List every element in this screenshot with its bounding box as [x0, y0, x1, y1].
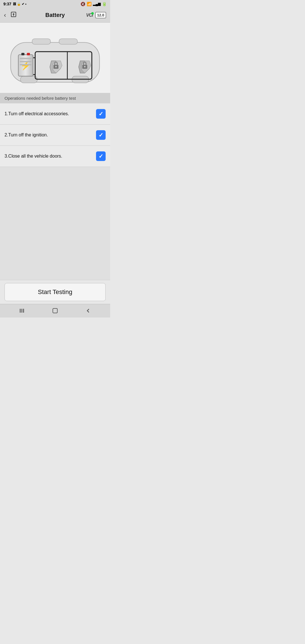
svg-point-21	[55, 66, 57, 67]
checkbox-1[interactable]: ✓	[96, 109, 106, 119]
nav-menu-button[interactable]	[15, 305, 29, 316]
svg-rect-30	[53, 308, 57, 313]
checkbox-2[interactable]: ✓	[96, 130, 106, 140]
operations-header-text: Operations needed before battery test	[5, 96, 76, 101]
top-bar: ‹ Battery VCI 12.0	[0, 8, 110, 23]
wifi-icon: 📶	[87, 2, 91, 6]
checklist-item-1[interactable]: 1.Turn off electrical accessories. ✓	[0, 103, 110, 125]
checklist-item-3[interactable]: 3.Close all the vehicle doors. ✓	[0, 146, 110, 167]
car-diagram: ⚡	[5, 27, 106, 88]
svg-rect-12	[21, 53, 25, 55]
dot-icon: ●	[25, 3, 27, 5]
checkmark-2: ✓	[99, 132, 103, 138]
checklist-item-1-text: 1.Turn off electrical accessories.	[5, 111, 96, 116]
status-left: 9:37 🖼 🔒 ✔ ●	[3, 2, 27, 6]
status-time: 9:37	[3, 2, 11, 6]
svg-rect-15	[20, 58, 31, 59]
svg-rect-4	[59, 39, 77, 44]
checkbox-3[interactable]: ✓	[96, 151, 106, 161]
battery-icon: 🔋	[102, 2, 107, 6]
top-bar-center: Battery	[45, 12, 65, 18]
vci-connected-dot	[91, 12, 94, 15]
svg-point-25	[84, 66, 86, 67]
svg-rect-16	[20, 61, 31, 62]
svg-rect-3	[32, 39, 51, 44]
checklist-item-2[interactable]: 2.Turn off the ignition. ✓	[0, 125, 110, 146]
lock-icon: 🔒	[17, 2, 21, 6]
bottom-nav	[0, 304, 110, 317]
share-button[interactable]	[10, 11, 17, 19]
signal-icon: ▂▄▆	[93, 2, 101, 6]
svg-rect-13	[27, 53, 30, 55]
check-circle-icon: ✔	[22, 2, 24, 6]
nav-home-button[interactable]	[48, 305, 62, 316]
status-bar: 9:37 🖼 🔒 ✔ ● 🔇 📶 ▂▄▆ 🔋	[0, 0, 110, 8]
checkmark-3: ✓	[99, 153, 103, 159]
checklist-item-3-text: 3.Close all the vehicle doors.	[5, 154, 96, 159]
status-right: 🔇 📶 ▂▄▆ 🔋	[80, 2, 107, 6]
svg-rect-27	[20, 309, 21, 313]
status-icons-left: 🖼 🔒 ✔ ●	[13, 2, 27, 6]
start-testing-container: Start Testing	[0, 280, 110, 304]
volt-badge: 12.0	[95, 12, 106, 18]
operations-header: Operations needed before battery test	[0, 93, 110, 103]
svg-rect-17	[20, 64, 31, 65]
checklist-item-2-text: 2.Turn off the ignition.	[5, 132, 96, 138]
svg-rect-29	[23, 309, 24, 313]
checklist: 1.Turn off electrical accessories. ✓ 2.T…	[0, 103, 110, 167]
volt-value: 12.0	[97, 13, 104, 17]
image-icon: 🖼	[13, 2, 16, 6]
empty-space	[0, 167, 110, 280]
nav-back-button[interactable]	[81, 305, 95, 316]
top-bar-left: ‹	[4, 11, 17, 19]
top-bar-right: VCI 12.0	[86, 12, 106, 18]
vci-badge: VCI	[86, 13, 93, 18]
mute-icon: 🔇	[80, 2, 85, 6]
page-title: Battery	[45, 12, 65, 18]
back-button[interactable]: ‹	[4, 12, 6, 19]
vehicle-diagram-section: ⚡	[0, 23, 110, 93]
start-testing-button[interactable]: Start Testing	[5, 283, 106, 301]
checkmark-1: ✓	[99, 111, 103, 117]
svg-rect-28	[21, 309, 22, 313]
